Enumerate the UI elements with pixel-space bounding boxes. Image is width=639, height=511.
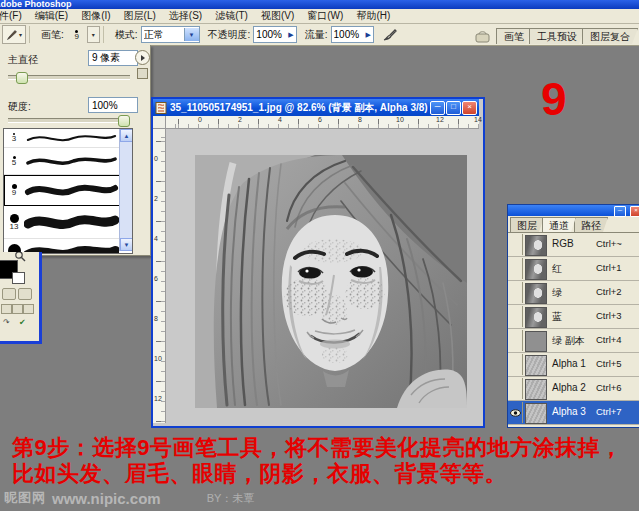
tab-channels[interactable]: 通道	[542, 217, 576, 232]
channel-thumbnail[interactable]	[525, 283, 547, 304]
menu-window[interactable]: 窗口(W)	[307, 9, 343, 23]
brush-preset-5[interactable]: 5	[4, 148, 132, 175]
mode-combobox[interactable]: ▼	[141, 26, 200, 43]
menu-select[interactable]: 选择(S)	[169, 9, 202, 23]
hardness-input[interactable]	[88, 97, 138, 113]
channel-row-alpha3-selected[interactable]: Alpha 3 Ctrl+7	[508, 401, 639, 425]
slider-arrow-icon[interactable]: ▶	[286, 31, 295, 39]
channel-row-alpha1[interactable]: Alpha 1 Ctrl+5	[508, 353, 639, 377]
visibility-toggle[interactable]	[509, 354, 523, 375]
toolbox-fragment: ↷ ✔	[0, 252, 42, 344]
channel-row-alpha2[interactable]: Alpha 2 Ctrl+6	[508, 377, 639, 401]
channel-thumbnail[interactable]	[525, 331, 547, 352]
tab-layer-comps[interactable]: 图层复合	[582, 28, 638, 44]
minimize-button[interactable]: ─	[430, 101, 445, 115]
hardness-slider[interactable]	[8, 118, 130, 123]
menu-layer[interactable]: 图层(L)	[124, 9, 156, 23]
mode-value[interactable]	[142, 28, 184, 41]
diameter-input[interactable]	[88, 50, 138, 66]
maximize-button[interactable]: □	[446, 101, 461, 115]
chevron-down-icon: ▾	[19, 31, 22, 38]
panel-flyout-button[interactable]	[135, 50, 150, 65]
brush-label: 画笔:	[41, 28, 64, 42]
opacity-field[interactable]: ▶	[253, 26, 296, 43]
menu-file[interactable]: 文件(F)	[0, 9, 22, 23]
ruler-number: 14	[474, 116, 482, 123]
visibility-toggle[interactable]	[509, 330, 523, 351]
chevron-down-icon[interactable]: ▼	[184, 28, 199, 41]
menu-help[interactable]: 帮助(H)	[356, 9, 390, 23]
ruler-number: 10	[154, 355, 164, 362]
channel-shortcut: Ctrl+4	[596, 334, 622, 345]
screen-mode-button-1[interactable]	[1, 304, 12, 314]
channel-thumbnail[interactable]	[525, 403, 547, 424]
screen-mode-button-3[interactable]	[23, 304, 34, 314]
check-icon[interactable]: ✔	[19, 318, 26, 327]
channel-thumbnail[interactable]	[525, 235, 547, 256]
ruler-number: 2	[238, 116, 242, 123]
menu-edit[interactable]: 编辑(E)	[35, 9, 68, 23]
opacity-value[interactable]	[254, 28, 286, 41]
portrait-sketch-image[interactable]	[195, 155, 467, 408]
channel-thumbnail[interactable]	[525, 355, 547, 376]
channel-row-blue[interactable]: 蓝 Ctrl+3	[508, 305, 639, 329]
hardness-label: 硬度:	[8, 100, 31, 114]
flow-value[interactable]	[332, 28, 364, 41]
diameter-slider[interactable]	[8, 75, 130, 80]
quick-mask-mode-button[interactable]	[18, 288, 32, 300]
flow-label: 流量:	[305, 28, 328, 42]
channel-thumbnail[interactable]	[525, 307, 547, 328]
visibility-toggle[interactable]	[509, 234, 523, 255]
scroll-down-button[interactable]: ▼	[120, 238, 133, 251]
visibility-toggle[interactable]	[509, 378, 523, 399]
brush-tool-icon	[6, 29, 18, 41]
ruler-corner[interactable]	[153, 116, 166, 129]
stroke-thumbnail	[24, 178, 119, 202]
airbrush-icon[interactable]	[382, 28, 398, 42]
preset-list-scrollbar[interactable]: ▲ ▼	[119, 129, 132, 251]
menu-view[interactable]: 视图(V)	[261, 9, 294, 23]
brush-picker-dropdown-button[interactable]: ▾	[87, 26, 100, 43]
scroll-up-button[interactable]: ▲	[120, 129, 133, 142]
hardness-slider-thumb[interactable]	[118, 115, 130, 127]
tab-layers[interactable]: 图层	[510, 217, 544, 232]
jump-to-imageready-icon[interactable]: ↷	[3, 318, 10, 327]
slider-arrow-icon[interactable]: ▶	[364, 31, 373, 39]
brush-preset-9-selected[interactable]: 9	[4, 175, 132, 206]
channel-row-red[interactable]: 红 Ctrl+1	[508, 257, 639, 281]
ruler-number: 0	[154, 155, 164, 162]
brush-preset-3[interactable]: 3	[4, 129, 132, 148]
tab-brushes[interactable]: 画笔	[496, 28, 532, 44]
channel-thumbnail[interactable]	[525, 259, 547, 280]
channel-row-green[interactable]: 绿 Ctrl+2	[508, 281, 639, 305]
visibility-toggle[interactable]	[509, 306, 523, 327]
document-title-bar[interactable]: 35_110505174951_1.jpg @ 82.6% (背景 副本, Al…	[153, 99, 479, 116]
background-color-swatch[interactable]	[12, 272, 25, 284]
standard-mode-button[interactable]	[2, 288, 16, 300]
app-title: Adobe Photoshop	[0, 0, 72, 9]
channel-row-rgb[interactable]: RGB Ctrl+~	[508, 233, 639, 257]
ruler-number: 8	[154, 315, 164, 322]
screen-mode-button-2[interactable]	[12, 304, 23, 314]
stroke-thumbnail	[24, 128, 119, 150]
channel-row-green-copy[interactable]: 绿 副本 Ctrl+4	[508, 329, 639, 353]
visibility-toggle[interactable]	[509, 402, 523, 423]
flow-field[interactable]: ▶	[331, 26, 374, 43]
brush-tool-button[interactable]: ▾	[2, 25, 26, 44]
brush-preview[interactable]: 9	[67, 26, 87, 43]
brush-preset-13[interactable]: 13	[4, 206, 132, 239]
visibility-toggle[interactable]	[509, 258, 523, 279]
channels-panel: ─ × 图层 通道 路径 RGB Ctrl+~ 红 Ctrl+1 绿	[507, 204, 639, 428]
tab-paths[interactable]: 路径	[574, 217, 608, 232]
diameter-slider-thumb[interactable]	[16, 72, 28, 84]
menu-bar: 文件(F) 编辑(E) 图像(I) 图层(L) 选择(S) 滤镜(T) 视图(V…	[0, 9, 639, 24]
channel-shortcut: Ctrl+5	[596, 358, 622, 369]
menu-filter[interactable]: 滤镜(T)	[215, 9, 248, 23]
preset-new-button[interactable]	[137, 68, 148, 79]
channel-thumbnail[interactable]	[525, 379, 547, 400]
visibility-toggle[interactable]	[509, 282, 523, 303]
close-button[interactable]: ×	[462, 101, 477, 115]
tab-tool-presets[interactable]: 工具预设	[529, 28, 585, 44]
canvas-area[interactable]	[166, 129, 479, 422]
menu-image[interactable]: 图像(I)	[81, 9, 110, 23]
